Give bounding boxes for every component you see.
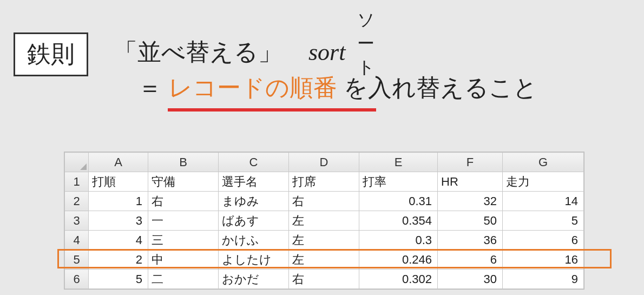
table-row: 2 1 右 まゆみ 右 0.31 32 14: [65, 192, 584, 211]
cell[interactable]: 一: [148, 211, 219, 231]
cell[interactable]: かけふ: [219, 231, 289, 250]
cell[interactable]: 5: [89, 270, 148, 289]
cell[interactable]: 左: [289, 231, 359, 250]
table-row: 4 4 三 かけふ 左 0.3 36 6: [65, 231, 584, 250]
col-header-g[interactable]: G: [503, 153, 584, 172]
cell[interactable]: まゆみ: [219, 192, 289, 211]
cell[interactable]: 守備: [148, 172, 219, 192]
cell[interactable]: 6: [438, 250, 503, 270]
cell[interactable]: 50: [438, 211, 503, 231]
cell[interactable]: 0.354: [359, 211, 438, 231]
cell[interactable]: 9: [503, 270, 584, 289]
table-row: 5 2 中 よしたけ 左 0.246 6 16: [65, 250, 584, 270]
cell[interactable]: 1: [89, 192, 148, 211]
cell[interactable]: 中: [148, 250, 219, 270]
cell[interactable]: 0.31: [359, 192, 438, 211]
rule-box: 鉄則: [14, 32, 88, 76]
red-underline: [168, 108, 376, 112]
cell[interactable]: ばあす: [219, 211, 289, 231]
def-highlight: レコードの順番: [168, 74, 337, 101]
spreadsheet: A B C D E F G 1 打順 守備 選手名 打席 打率 HR 走力 2 …: [64, 152, 584, 290]
cell[interactable]: 0.246: [359, 250, 438, 270]
col-header-f[interactable]: F: [438, 153, 503, 172]
col-header-row: A B C D E F G: [65, 153, 584, 172]
row-header[interactable]: 5: [65, 250, 89, 270]
col-header-e[interactable]: E: [359, 153, 438, 172]
cell[interactable]: 30: [438, 270, 503, 289]
cell[interactable]: 36: [438, 231, 503, 250]
row-header[interactable]: 3: [65, 211, 89, 231]
def-suffix: を入れ替えること: [344, 74, 537, 101]
cell[interactable]: おかだ: [219, 270, 289, 289]
table-row: 6 5 二 おかだ 右 0.302 30 9: [65, 270, 584, 289]
row-header[interactable]: 2: [65, 192, 89, 211]
cell[interactable]: 打席: [289, 172, 359, 192]
cell[interactable]: 三: [148, 231, 219, 250]
cell[interactable]: 選手名: [219, 172, 289, 192]
cell[interactable]: 二: [148, 270, 219, 289]
cell[interactable]: 6: [503, 231, 584, 250]
definition-line: ＝ レコードの順番 を入れ替えること: [138, 72, 537, 104]
cell[interactable]: 3: [89, 211, 148, 231]
cell[interactable]: 0.302: [359, 270, 438, 289]
col-header-b[interactable]: B: [148, 153, 219, 172]
cell[interactable]: 16: [503, 250, 584, 270]
cell[interactable]: 右: [289, 192, 359, 211]
table-row: 3 3 一 ばあす 左 0.354 50 5: [65, 211, 584, 231]
row-header[interactable]: 1: [65, 172, 89, 192]
cell[interactable]: HR: [438, 172, 503, 192]
row-header[interactable]: 6: [65, 270, 89, 289]
def-prefix: ＝: [138, 74, 162, 101]
cell[interactable]: 右: [148, 192, 219, 211]
cell[interactable]: 0.3: [359, 231, 438, 250]
cell[interactable]: 14: [503, 192, 584, 211]
main-line: 「並べ替える」 sort: [114, 36, 345, 68]
cell[interactable]: 5: [503, 211, 584, 231]
ruby-text: ソート: [357, 8, 375, 80]
sort-word: sort: [308, 39, 345, 65]
cell[interactable]: 2: [89, 250, 148, 270]
cell[interactable]: 左: [289, 250, 359, 270]
row-header[interactable]: 4: [65, 231, 89, 250]
select-all-corner[interactable]: [65, 153, 89, 172]
cell[interactable]: よしたけ: [219, 250, 289, 270]
cell[interactable]: 打順: [89, 172, 148, 192]
cell[interactable]: 左: [289, 211, 359, 231]
cell[interactable]: 4: [89, 231, 148, 250]
col-header-d[interactable]: D: [289, 153, 359, 172]
cell[interactable]: 走力: [503, 172, 584, 192]
cell[interactable]: 打率: [359, 172, 438, 192]
table-row: 1 打順 守備 選手名 打席 打率 HR 走力: [65, 172, 584, 192]
col-header-a[interactable]: A: [89, 153, 148, 172]
cell[interactable]: 32: [438, 192, 503, 211]
col-header-c[interactable]: C: [219, 153, 289, 172]
cell[interactable]: 右: [289, 270, 359, 289]
spreadsheet-table: A B C D E F G 1 打順 守備 選手名 打席 打率 HR 走力 2 …: [64, 152, 584, 289]
main-bracket: 「並べ替える」: [114, 38, 282, 65]
